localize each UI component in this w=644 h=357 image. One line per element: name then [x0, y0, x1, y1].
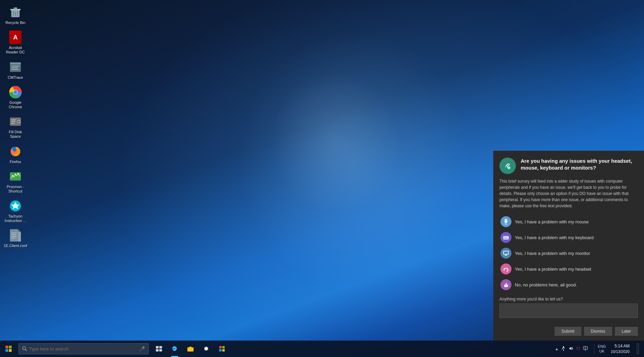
svg-rect-66	[583, 346, 587, 349]
chevron-up-icon[interactable]: ▲	[555, 347, 558, 351]
settings-button[interactable]	[199, 341, 214, 357]
survey-dismiss-button[interactable]: Dismiss	[584, 327, 612, 336]
start-button[interactable]	[0, 341, 17, 357]
svg-rect-27	[10, 229, 18, 242]
svg-point-38	[505, 223, 507, 225]
svg-rect-31	[11, 234, 16, 235]
svg-rect-10	[11, 69, 19, 70]
show-desktop-button[interactable]	[634, 341, 641, 357]
file-explorer-icon	[187, 346, 194, 352]
microphone-icon[interactable]: 🎤	[139, 346, 145, 352]
edge-browser-button[interactable]	[167, 341, 182, 357]
store-icon	[219, 346, 225, 352]
notification-icon[interactable]	[583, 346, 588, 352]
svg-point-24	[17, 173, 19, 174]
svg-rect-2	[14, 8, 17, 9]
svg-rect-19	[11, 123, 15, 124]
conf-label: 1E.Client.conf	[4, 244, 27, 248]
desktop-icon-tachyon[interactable]: Tachyon Instruction ...	[2, 197, 29, 225]
svg-rect-8	[11, 66, 20, 66]
svg-rect-7	[10, 62, 21, 64]
volume-icon[interactable]	[569, 346, 573, 352]
survey-body: This brief survey will feed into a wider…	[493, 178, 644, 297]
svg-rect-33	[11, 238, 15, 238]
language-label: ENG	[598, 344, 606, 349]
desktop-icon-recycle-bin[interactable]: Recycle Bin	[2, 3, 29, 27]
thumbsup-option-icon	[500, 279, 511, 290]
survey-later-button[interactable]: Later	[615, 327, 638, 336]
svg-marker-65	[569, 347, 571, 350]
keyboard-option-label: Yes, I have a problem with my keyboard	[515, 235, 594, 240]
store-button[interactable]	[214, 341, 230, 357]
svg-point-53	[23, 347, 26, 350]
settings-icon	[203, 346, 209, 352]
svg-rect-18	[11, 121, 15, 122]
svg-point-34	[503, 161, 512, 170]
clock-time: 5:14 AM	[611, 343, 630, 349]
desktop-icon-acrobat[interactable]: A Acrobat Reader DC	[2, 28, 29, 57]
fill-disk-icon	[9, 115, 22, 128]
security-alert-icon[interactable]: 🛡	[576, 346, 580, 351]
svg-point-23	[15, 174, 16, 175]
svg-rect-63	[222, 349, 225, 352]
svg-rect-42	[507, 237, 507, 237]
clock[interactable]: 5:14 AM 10/13/2020	[608, 343, 632, 354]
windows-logo-icon	[5, 346, 12, 352]
survey-option-monitor[interactable]: Yes, I have a problem with my monitor	[499, 245, 638, 261]
desktop-icon-firefox[interactable]: Firefox	[2, 143, 29, 166]
survey-textarea-input[interactable]	[499, 304, 638, 318]
headset-option-icon	[500, 263, 511, 274]
svg-rect-39	[503, 236, 509, 239]
svg-rect-30	[11, 233, 17, 233]
survey-option-mouse[interactable]: Yes, I have a problem with my mouse	[499, 214, 638, 230]
mouse-option-icon	[500, 216, 511, 227]
svg-point-22	[12, 175, 13, 176]
language-region: ENG UK	[598, 344, 606, 354]
taskbar-apps	[151, 341, 552, 357]
desktop: Recycle Bin A Acrobat Reader DC CMTrace	[0, 0, 644, 357]
clock-date: 10/13/2020	[611, 349, 630, 354]
task-view-icon	[156, 346, 162, 352]
no-problem-option-label: No, no problems here, all good.	[515, 282, 577, 287]
survey-submit-button[interactable]: Submit	[555, 327, 581, 336]
svg-rect-51	[507, 269, 508, 271]
svg-rect-57	[156, 349, 159, 352]
firefox-icon	[9, 145, 22, 158]
survey-popup: Are you having any issues with your head…	[493, 151, 644, 341]
desktop-icon-cmtrace[interactable]: CMTrace	[2, 58, 29, 82]
desktop-icon-conf[interactable]: 1E.Client.conf	[2, 226, 29, 250]
desktop-icon-fill-disk[interactable]: Fill Disk Space	[2, 113, 29, 141]
svg-rect-56	[159, 346, 162, 348]
survey-title: Are you having any issues with your head…	[521, 158, 638, 171]
survey-option-no-problem[interactable]: No, no problems here, all good.	[499, 277, 638, 293]
svg-line-54	[25, 349, 27, 351]
procmon-label: Procmon - Shortcut	[3, 185, 28, 194]
survey-option-headset[interactable]: Yes, I have a problem with my headset	[499, 261, 638, 277]
desktop-icons-area: Recycle Bin A Acrobat Reader DC CMTrace	[0, 0, 31, 329]
search-bar[interactable]: 🎤	[18, 343, 149, 354]
tray-divider	[594, 344, 594, 354]
desktop-icon-chrome[interactable]: Google Chrome	[2, 83, 29, 111]
svg-rect-9	[11, 67, 18, 68]
firefox-label: Firefox	[10, 160, 21, 164]
monitor-option-icon	[500, 248, 511, 259]
acrobat-icon: A	[9, 30, 22, 44]
desktop-icon-procmon[interactable]: Procmon - Shortcut	[2, 168, 29, 196]
svg-rect-40	[504, 237, 505, 237]
svg-point-64	[563, 349, 564, 350]
svg-rect-47	[504, 251, 508, 254]
survey-textarea-section: Anything more you'd like to tell us?	[493, 297, 644, 323]
network-icon[interactable]	[561, 346, 566, 352]
mouse-option-label: Yes, I have a problem with my mouse	[515, 219, 589, 224]
task-view-button[interactable]	[151, 341, 166, 357]
svg-rect-58	[159, 349, 162, 352]
fill-disk-label: Fill Disk Space	[3, 130, 28, 139]
volume-status-icon	[569, 346, 573, 351]
svg-rect-55	[156, 346, 159, 348]
search-input[interactable]	[29, 346, 132, 352]
survey-option-keyboard[interactable]: Yes, I have a problem with my keyboard	[499, 230, 638, 245]
survey-textarea-label: Anything more you'd like to tell us?	[499, 297, 638, 301]
svg-rect-43	[504, 238, 505, 239]
monitor-option-label: Yes, I have a problem with my monitor	[515, 251, 590, 256]
file-explorer-button[interactable]	[183, 341, 198, 357]
